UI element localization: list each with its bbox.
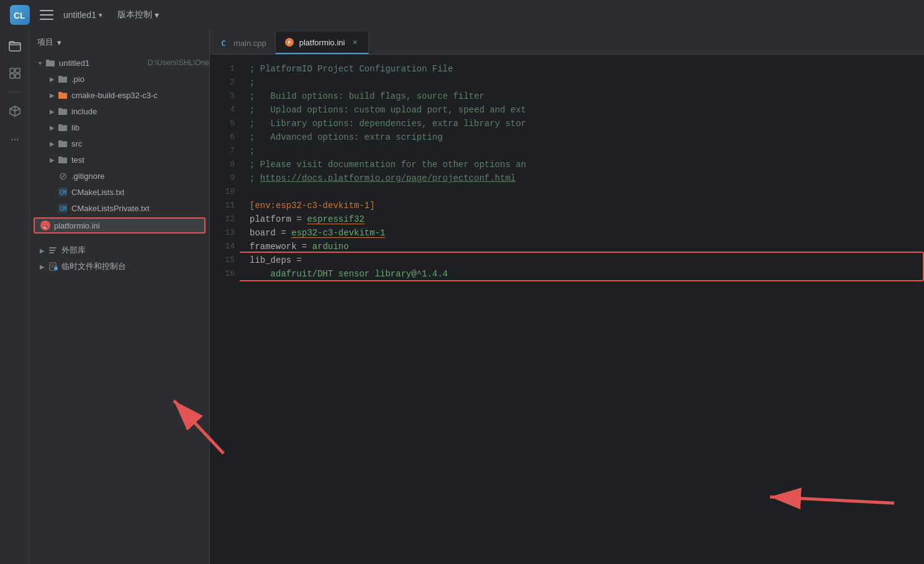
code-line-2: ; xyxy=(250,76,924,89)
svg-rect-12 xyxy=(49,250,55,251)
code-line-1: ; PlatformIO Project Configuration File xyxy=(250,62,924,76)
folder-icon-src xyxy=(57,138,68,149)
folder-icon-cmake-build xyxy=(57,89,68,101)
project-selector[interactable]: untitled1 ▾ xyxy=(63,10,102,20)
section-label-temp-files: 临时文件和控制台 xyxy=(61,261,209,272)
tree-item-pio[interactable]: ▶ .pio xyxy=(30,71,209,87)
svg-rect-11 xyxy=(49,247,57,248)
code-line-10 xyxy=(250,185,924,199)
svg-text:🦔: 🦔 xyxy=(43,224,48,229)
tab-main-cpp[interactable]: C main.cpp xyxy=(210,32,276,54)
tree-path-untitled1: D:\Users\SHL\One xyxy=(148,58,209,67)
app-logo: CL xyxy=(10,5,30,25)
activity-plugins-icon[interactable] xyxy=(4,62,26,84)
gitignore-icon: ⊘ xyxy=(57,170,68,181)
cmake-icon: CM xyxy=(57,186,68,198)
sidebar-header[interactable]: 项目 ▾ xyxy=(30,30,209,55)
activity-bar: ··· xyxy=(0,30,30,564)
code-line-5: ; Library options: dependencies, extra l… xyxy=(250,117,924,130)
chevron-untitled1: ▾ xyxy=(35,58,45,68)
chevron-cmake-build: ▶ xyxy=(47,90,57,100)
line-numbers: 12345678910111213141516 xyxy=(210,55,240,564)
cmake2-icon: CM xyxy=(57,202,68,214)
section-label-external-libs: 外部库 xyxy=(61,245,209,256)
tab-label-platformio-ini: platformio.ini xyxy=(299,38,345,47)
folder-icon-pio xyxy=(57,73,68,84)
tab-label-main-cpp: main.cpp xyxy=(233,39,266,48)
activity-folder-icon[interactable] xyxy=(4,35,26,57)
code-line-4: ; Upload options: custom upload port, sp… xyxy=(250,103,924,117)
pio-tab-icon: P xyxy=(284,37,294,47)
tree-label-platformio: platformio.ini xyxy=(54,221,204,230)
sidebar: 项目 ▾ ▾ untitled1 D:\Users\SHL\One ▶ .pio xyxy=(30,30,210,564)
tree-label-test: test xyxy=(71,155,209,165)
vcs-chevron: ▾ xyxy=(155,10,159,20)
svg-rect-5 xyxy=(16,74,20,78)
activity-platformio-icon[interactable] xyxy=(4,100,26,122)
tree-label-include: include xyxy=(71,107,209,116)
code-line-6: ; Advanced options: extra scripting xyxy=(250,130,924,144)
project-chevron: ▾ xyxy=(99,11,102,19)
tree-label-src: src xyxy=(71,139,209,148)
chevron-lib: ▶ xyxy=(47,122,57,132)
svg-point-15 xyxy=(54,266,58,270)
file-tree: ▾ untitled1 D:\Users\SHL\One ▶ .pio ▶ xyxy=(30,55,209,564)
titlebar: CL untitled1 ▾ 版本控制 ▾ xyxy=(0,0,924,30)
svg-rect-2 xyxy=(10,68,14,73)
code-line-12: platform = espressif32 xyxy=(250,212,924,226)
hamburger-menu-icon[interactable] xyxy=(40,10,53,20)
code-line-3: ; Build options: build flags, source fil… xyxy=(250,89,924,103)
svg-rect-3 xyxy=(16,68,20,73)
tree-item-cmakelistsprivate[interactable]: CM CMakeListsPrivate.txt xyxy=(30,200,209,216)
editor-area: C main.cpp P platformio.ini ✕ 1234567891… xyxy=(210,30,924,564)
folder-icon-test xyxy=(57,154,68,165)
tab-platformio-ini[interactable]: P platformio.ini ✕ xyxy=(276,32,369,54)
temp-files-icon xyxy=(47,261,58,272)
tree-item-gitignore[interactable]: ⊘ .gitignore xyxy=(30,168,209,184)
chevron-test: ▶ xyxy=(47,155,57,165)
tree-item-src[interactable]: ▶ src xyxy=(30,135,209,152)
section-temp-files[interactable]: ▶ 临时文件和控制台 xyxy=(30,258,209,275)
chevron-pio: ▶ xyxy=(47,74,57,84)
code-line-9: ; https://docs.platformio.org/page/proje… xyxy=(250,171,924,185)
folder-icon-lib xyxy=(57,122,68,133)
chevron-include: ▶ xyxy=(47,106,57,116)
chevron-temp-files: ▶ xyxy=(37,262,47,271)
tree-label-pio: .pio xyxy=(71,75,209,84)
activity-more-icon[interactable]: ··· xyxy=(4,127,26,150)
tree-label-cmake-build: cmake-build-esp32-c3-c xyxy=(71,91,209,100)
tree-label-lib: lib xyxy=(71,123,209,132)
tree-item-platformio[interactable]: 🦔 platformio.ini xyxy=(34,217,206,234)
project-name: untitled1 xyxy=(63,10,96,20)
folder-icon-include xyxy=(57,106,68,117)
tree-item-cmake-build[interactable]: ▶ cmake-build-esp32-c3-c xyxy=(30,87,209,103)
code-line-7: ; xyxy=(250,144,924,158)
code-area[interactable]: ; PlatformIO Project Configuration File;… xyxy=(240,55,924,564)
tree-label-cmakelistsprivate: CMakeListsPrivate.txt xyxy=(71,204,209,213)
tab-close-platformio[interactable]: ✕ xyxy=(350,37,360,47)
sidebar-header-chevron: ▾ xyxy=(57,38,61,47)
cpp-tab-icon: C xyxy=(219,38,229,48)
main-area: ··· 项目 ▾ ▾ untitled1 D:\Users\SHL\One ▶ xyxy=(0,30,924,564)
tree-label-cmakelists: CMakeLists.txt xyxy=(71,188,209,197)
tree-item-cmakelists[interactable]: CM CMakeLists.txt xyxy=(30,184,209,200)
tree-item-untitled1[interactable]: ▾ untitled1 D:\Users\SHL\One xyxy=(30,55,209,71)
folder-icon-untitled1 xyxy=(45,57,56,68)
code-line-8: ; Please visit documentation for the oth… xyxy=(250,158,924,171)
svg-text:CL: CL xyxy=(14,11,25,20)
code-line-14: framework = arduino xyxy=(250,240,924,253)
tree-item-include[interactable]: ▶ include xyxy=(30,103,209,119)
chevron-src: ▶ xyxy=(47,139,57,148)
platformio-icon: 🦔 xyxy=(40,220,51,231)
vcs-label: 版本控制 xyxy=(117,9,152,20)
svg-rect-4 xyxy=(10,74,14,78)
svg-text:CM: CM xyxy=(60,206,66,212)
tree-label-gitignore: .gitignore xyxy=(71,171,209,181)
vcs-selector[interactable]: 版本控制 ▾ xyxy=(117,9,159,20)
svg-rect-13 xyxy=(49,252,54,253)
activity-separator xyxy=(7,92,22,93)
editor-content: 12345678910111213141516 ; PlatformIO Pro… xyxy=(210,55,924,564)
section-external-libs[interactable]: ▶ 外部库 xyxy=(30,242,209,258)
tree-item-test[interactable]: ▶ test xyxy=(30,152,209,168)
tree-item-lib[interactable]: ▶ lib xyxy=(30,119,209,135)
